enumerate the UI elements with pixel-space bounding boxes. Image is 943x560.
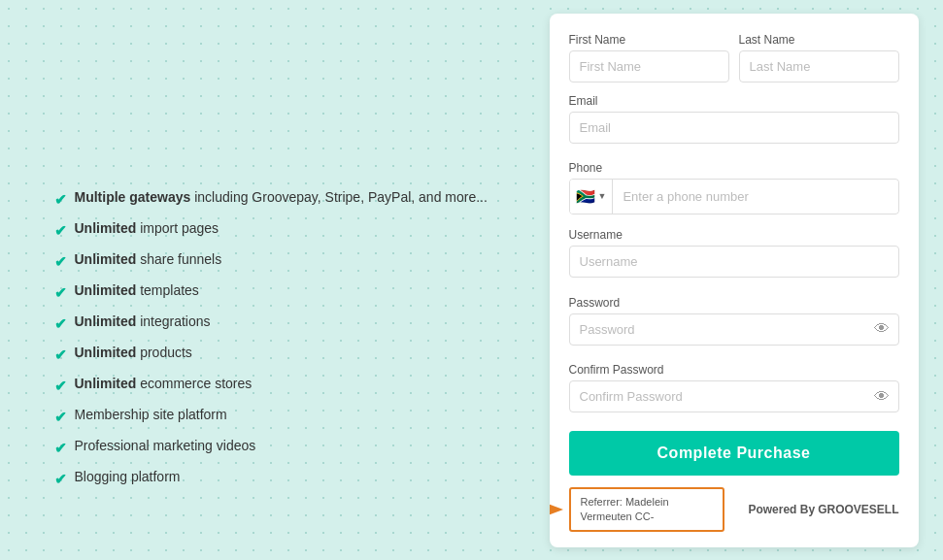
complete-purchase-button[interactable]: Complete Purchase (569, 431, 899, 476)
list-item: ✔ Unlimited share funnels (54, 250, 521, 272)
password-toggle-icon[interactable]: 👁 (874, 320, 890, 338)
username-input[interactable] (569, 246, 899, 278)
groovesell-brand: GROOVESELL (818, 503, 898, 516)
username-label: Username (569, 228, 899, 242)
password-group: Password 👁 (569, 296, 899, 351)
check-icon: ✔ (54, 376, 67, 396)
phone-flag-selector[interactable]: 🇿🇦 ▼ (570, 180, 614, 214)
confirm-password-toggle-icon[interactable]: 👁 (874, 388, 890, 406)
password-label: Password (569, 296, 899, 310)
powered-by: Powered By GROOVESELL (748, 503, 898, 516)
features-panel: ✔ Multiple gateways including Groovepay,… (25, 14, 550, 547)
phone-label: Phone (569, 161, 899, 175)
page-container: ✔ Multiple gateways including Groovepay,… (25, 14, 919, 547)
arrow-icon (550, 490, 569, 529)
list-item: ✔ Unlimited products (54, 344, 521, 365)
last-name-input[interactable] (739, 50, 899, 82)
south-africa-flag-icon: 🇿🇦 (576, 187, 595, 206)
first-name-label: First Name (569, 33, 729, 47)
email-label: Email (569, 94, 899, 108)
phone-input[interactable] (613, 181, 897, 212)
check-icon: ✔ (54, 407, 67, 427)
check-icon: ✔ (54, 189, 67, 210)
dropdown-caret-icon: ▼ (598, 191, 607, 201)
last-name-label: Last Name (739, 33, 899, 47)
first-name-group: First Name (569, 33, 729, 82)
check-icon: ✔ (54, 220, 67, 241)
list-item: ✔ Blogging platform (54, 468, 521, 489)
confirm-password-label: Confirm Password (569, 363, 899, 377)
list-item: ✔ Unlimited ecommerce stores (54, 375, 521, 396)
list-item: ✔ Multiple gateways including Groovepay,… (54, 188, 521, 210)
phone-input-wrap: 🇿🇦 ▼ (569, 179, 899, 214)
feature-list: ✔ Multiple gateways including Groovepay,… (54, 188, 521, 489)
list-item: ✔ Membership site platform (54, 406, 521, 427)
check-icon: ✔ (54, 282, 67, 303)
last-name-group: Last Name (739, 33, 899, 82)
confirm-password-wrap: 👁 (569, 380, 899, 412)
referrer-container: Referrer: Madelein Vermeuten CC- (569, 487, 724, 533)
email-group: Email (569, 94, 899, 149)
first-name-input[interactable] (569, 50, 729, 82)
registration-form: First Name Last Name Email Phone 🇿🇦 ▼ (550, 14, 919, 547)
check-icon: ✔ (54, 313, 67, 334)
footer-row: Referrer: Madelein Vermeuten CC- Powered… (569, 487, 899, 533)
username-group: Username (569, 228, 899, 283)
referrer-box: Referrer: Madelein Vermeuten CC- (569, 487, 724, 533)
email-input[interactable] (569, 112, 899, 144)
list-item: ✔ Unlimited import pages (54, 219, 521, 241)
list-item: ✔ Unlimited integrations (54, 313, 521, 334)
confirm-password-input[interactable] (569, 380, 899, 412)
check-icon: ✔ (54, 438, 67, 458)
phone-group: Phone 🇿🇦 ▼ (569, 161, 899, 216)
name-row: First Name Last Name (569, 33, 899, 82)
list-item: ✔ Professional marketing videos (54, 437, 521, 458)
list-item: ✔ Unlimited templates (54, 281, 521, 303)
referrer-text: Referrer: Madelein Vermeuten CC- (581, 496, 669, 522)
powered-by-label: Powered By (748, 503, 815, 516)
check-icon: ✔ (54, 469, 67, 489)
check-icon: ✔ (54, 251, 67, 272)
check-icon: ✔ (54, 345, 67, 365)
password-wrap: 👁 (569, 313, 899, 346)
confirm-password-group: Confirm Password 👁 (569, 363, 899, 418)
password-input[interactable] (569, 313, 899, 346)
